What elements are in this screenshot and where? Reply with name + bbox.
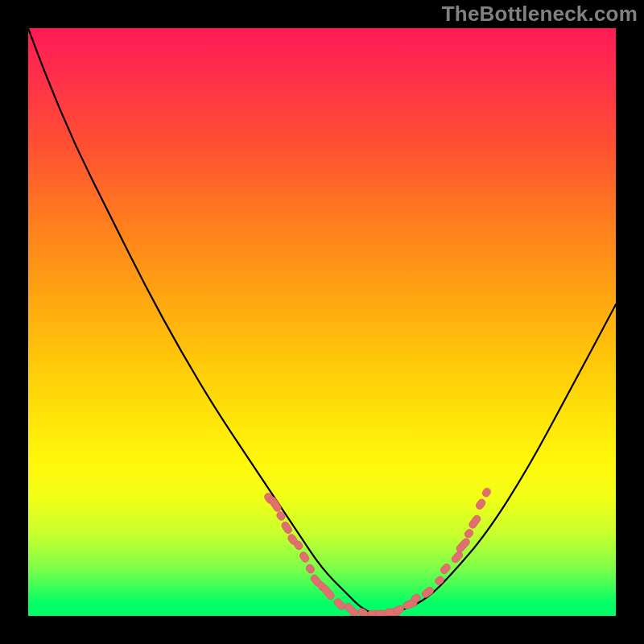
curve-marker [421, 586, 436, 599]
watermark-text: TheBottleneck.com [442, 2, 638, 27]
chart-frame: TheBottleneck.com [0, 0, 644, 644]
bottleneck-curve-line [28, 28, 616, 614]
curve-marker [440, 563, 452, 576]
curve-marker [299, 551, 311, 564]
curve-marker [305, 564, 316, 575]
plot-area [28, 28, 616, 616]
curve-marker [463, 528, 474, 539]
curve-marker [332, 597, 346, 611]
curve-marker [455, 537, 471, 554]
curve-marker [481, 487, 493, 498]
chart-svg [28, 28, 616, 616]
curve-marker [468, 514, 482, 530]
curve-marker [320, 584, 336, 601]
curve-marker [434, 575, 445, 586]
curve-marker [475, 497, 487, 510]
curve-marker [267, 496, 282, 513]
curve-markers-group [263, 487, 492, 616]
